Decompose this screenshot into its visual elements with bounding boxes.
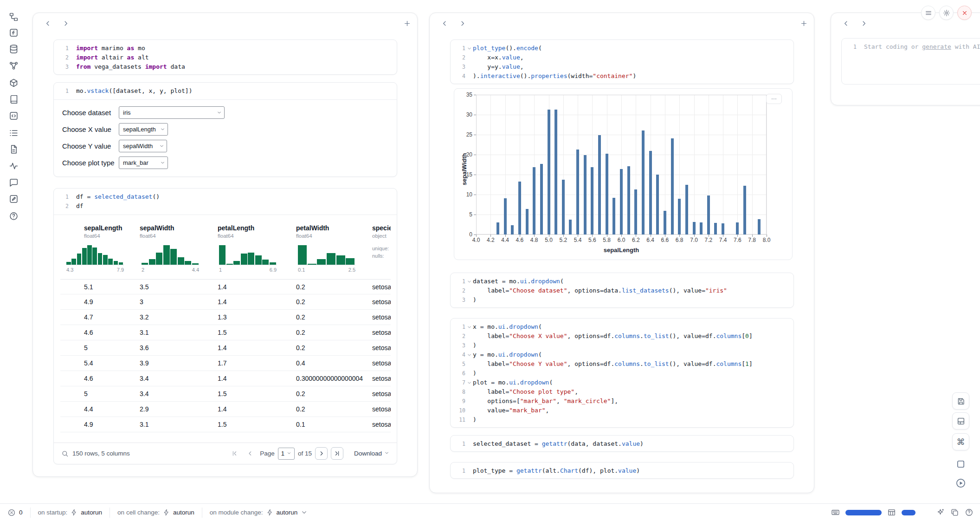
- table-row[interactable]: 5.13.51.40.2setosa: [60, 279, 391, 294]
- sidebar-item-tracing[interactable]: [6, 158, 21, 173]
- table-row[interactable]: 4.931.40.2setosa: [60, 294, 391, 310]
- code-cell-xy-plot-dropdowns[interactable]: 1x = mo.ui.dropdown(2 label="Choose X va…: [450, 318, 794, 428]
- column-scroll-right-button[interactable]: [456, 17, 469, 30]
- table-row[interactable]: 4.93.11.50.1setosa: [60, 417, 391, 432]
- prev-page-button[interactable]: [244, 447, 257, 460]
- runtime-on-startup[interactable]: on startup: autorun: [30, 508, 110, 518]
- sidebar-item-outline[interactable]: [6, 125, 21, 140]
- column-histogram[interactable]: [219, 245, 277, 265]
- last-page-button[interactable]: [331, 447, 343, 460]
- grid-view-icon[interactable]: [887, 508, 896, 517]
- runtime-on-cell-change[interactable]: on cell change: autorun: [110, 508, 202, 518]
- code-cell-dataframe[interactable]: 1df = selected_dataset()2df sepalLengthf…: [53, 188, 397, 464]
- code-editor[interactable]: 1mo.vstack([dataset, x, y, plot]): [54, 83, 397, 99]
- sidebar-item-logs[interactable]: [6, 142, 21, 156]
- code-editor[interactable]: 1selected_dataset = getattr(data, datase…: [451, 436, 793, 452]
- sidebar-item-data-sources[interactable]: [6, 41, 21, 56]
- code-cell-selected-dataset[interactable]: 1selected_dataset = getattr(data, datase…: [450, 435, 794, 452]
- sidebar-item-files[interactable]: [6, 9, 21, 24]
- table-row[interactable]: 4.73.21.30.2setosa: [60, 310, 391, 325]
- column-scroll-left-button[interactable]: [839, 17, 852, 30]
- next-page-button[interactable]: [315, 447, 328, 460]
- code-cell-plot[interactable]: 1plot_type().encode(2 x=x.value,3 y=y.va…: [450, 39, 794, 84]
- dropdown-select[interactable]: sepalWidth: [119, 140, 167, 152]
- scrollbar-thumb-large[interactable]: [845, 510, 882, 515]
- layout-toggle-button[interactable]: [952, 412, 969, 430]
- page-select[interactable]: 1: [278, 448, 295, 460]
- column-header[interactable]: species: [372, 224, 391, 232]
- lightning-icon: [266, 509, 273, 516]
- chart-x-axis-title: sepalLength: [476, 247, 767, 254]
- run-all-button[interactable]: [952, 475, 969, 492]
- dropdown-select[interactable]: sepalLength: [119, 123, 168, 136]
- code-cell-imports[interactable]: 1import marimo as mo2import altair as al…: [53, 39, 397, 75]
- marimo-app: 1import marimo as mo2import altair as al…: [0, 0, 980, 521]
- column-scroll-right-button[interactable]: [857, 17, 870, 30]
- code-editor[interactable]: 1x = mo.ui.dropdown(2 label="Choose X va…: [451, 319, 793, 428]
- code-editor[interactable]: 1df = selected_dataset()2df: [54, 189, 397, 215]
- chart-bar: [656, 175, 659, 234]
- first-page-button[interactable]: [228, 447, 241, 460]
- sidebar-item-variables[interactable]: [6, 25, 21, 40]
- column-header[interactable]: sepalWidth: [140, 224, 174, 232]
- notebook-menu-button[interactable]: [921, 6, 935, 20]
- code-editor[interactable]: 1plot_type().encode(2 x=x.value,3 y=y.va…: [451, 40, 793, 84]
- column-histogram[interactable]: [66, 245, 124, 265]
- table-row[interactable]: 4.63.41.40.30000000000000004setosa: [60, 371, 391, 386]
- terminal-panel-button[interactable]: [952, 456, 969, 473]
- table-row[interactable]: 53.41.50.2setosa: [60, 386, 391, 402]
- command-palette-button[interactable]: ⌘: [952, 433, 969, 450]
- sidebar-item-dependency-graph[interactable]: [6, 58, 21, 73]
- sidebar-item-snippets[interactable]: [6, 108, 21, 123]
- chart-bar: [533, 167, 535, 234]
- code-editor[interactable]: 1import marimo as mo2import altair as al…: [54, 40, 397, 75]
- table-row[interactable]: 5.43.91.70.4setosa: [60, 356, 391, 371]
- download-button[interactable]: Download: [354, 450, 389, 457]
- sidebar-item-chat[interactable]: [6, 175, 21, 190]
- table-row[interactable]: 4.63.11.50.2setosa: [60, 325, 391, 340]
- empty-code-cell[interactable]: 1 Start coding or generate with AI: [841, 38, 980, 85]
- search-icon[interactable]: [61, 450, 69, 457]
- generate-with-ai-link[interactable]: generate: [922, 43, 951, 50]
- table-row[interactable]: 4.42.91.40.2setosa: [60, 402, 391, 417]
- column-histogram[interactable]: [298, 245, 355, 265]
- sidebar-item-documentation[interactable]: [6, 91, 21, 106]
- runtime-on-module-change[interactable]: on module change: autorun: [202, 508, 316, 518]
- settings-button[interactable]: [939, 6, 954, 20]
- column-type: float64: [84, 233, 100, 239]
- copy-layers-icon[interactable]: [950, 508, 959, 517]
- export-button[interactable]: [952, 392, 969, 410]
- ai-sparkles-icon[interactable]: [936, 508, 945, 517]
- help-icon[interactable]: [965, 508, 974, 517]
- column-header[interactable]: sepalLength: [84, 224, 122, 232]
- sidebar-item-packages[interactable]: [6, 75, 21, 90]
- column-scroll-right-button[interactable]: [59, 17, 72, 30]
- column-scroll-left-button[interactable]: [41, 17, 54, 30]
- chart-actions-button[interactable]: [766, 94, 782, 104]
- code-editor[interactable]: 1dataset = mo.ui.dropdown(2 label="Choos…: [451, 273, 793, 308]
- dataframe-table: sepalLengthfloat644.37.9sepalWidthfloat6…: [60, 219, 391, 443]
- error-count[interactable]: 0: [0, 508, 30, 518]
- sidebar-item-scratchpad[interactable]: [6, 191, 21, 206]
- code-cell-plot-type[interactable]: 1plot_type = getattr(alt.Chart(df), plot…: [450, 462, 794, 479]
- column-scroll-left-button[interactable]: [438, 17, 451, 30]
- table-row[interactable]: 53.61.40.2setosa: [60, 340, 391, 356]
- chart-bar: [606, 154, 608, 234]
- column-histogram[interactable]: [142, 245, 199, 265]
- code-cell-vstack[interactable]: 1mo.vstack([dataset, x, y, plot]) Choose…: [53, 82, 397, 177]
- column-header[interactable]: petalWidth: [296, 224, 329, 232]
- scrollbar-thumb-small[interactable]: [902, 510, 916, 515]
- add-cell-button[interactable]: [400, 17, 413, 30]
- add-cell-button[interactable]: [797, 17, 810, 30]
- dropdown-select[interactable]: mark_bar: [119, 156, 168, 169]
- shutdown-button[interactable]: [957, 6, 972, 20]
- line-number: 11: [453, 415, 465, 424]
- keyboard-shortcuts-icon[interactable]: [831, 508, 840, 517]
- fold-chevron-icon: [467, 325, 472, 330]
- sidebar-item-help[interactable]: [6, 208, 21, 223]
- altair-chart[interactable]: 051015202530354.04.24.44.64.85.05.25.45.…: [454, 89, 792, 260]
- code-cell-dataset-dropdown[interactable]: 1dataset = mo.ui.dropdown(2 label="Choos…: [450, 273, 794, 308]
- column-header[interactable]: petalLength: [218, 224, 254, 232]
- code-editor[interactable]: 1plot_type = getattr(alt.Chart(df), plot…: [451, 462, 793, 479]
- dropdown-select[interactable]: iris: [119, 106, 225, 119]
